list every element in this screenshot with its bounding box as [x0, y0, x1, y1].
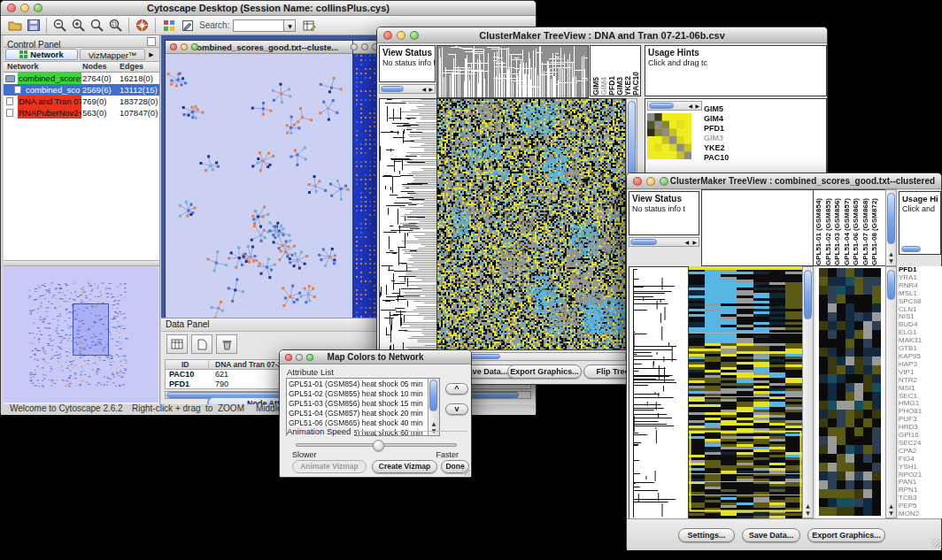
- new-attribute-button[interactable]: [191, 334, 212, 354]
- gene-label[interactable]: PFD1: [704, 124, 729, 134]
- gene-label[interactable]: MON2: [899, 510, 942, 518]
- scroll-up-icon[interactable]: ▲: [803, 502, 813, 510]
- tv2-heatmap-vscroll-thumb[interactable]: [804, 270, 812, 319]
- tv2-save-data-button[interactable]: Save Data...: [742, 528, 800, 542]
- tv2-column-dendrogram-area[interactable]: [701, 189, 814, 266]
- attribute-list-item[interactable]: GPL51-04 (GSM857) heat shock 20 min: [287, 409, 428, 418]
- scroll-left-icon[interactable]: ◀: [688, 103, 692, 109]
- attribute-list-item[interactable]: GPL51-02 (GSM855) heat shock 10 min: [287, 389, 428, 399]
- tv2-settings-button[interactable]: Settings...: [678, 528, 735, 542]
- resize-grip[interactable]: [931, 539, 940, 548]
- float-panel-icon[interactable]: [147, 37, 156, 46]
- scroll-up-icon[interactable]: ▲: [429, 420, 439, 427]
- tv2-row-dendrogram[interactable]: [629, 266, 689, 520]
- animation-speed-slider[interactable]: [296, 443, 457, 447]
- close-button[interactable]: [383, 31, 392, 40]
- scroll-right-icon[interactable]: ▶: [695, 103, 699, 109]
- minimize-button[interactable]: [397, 31, 405, 40]
- attribute-list-item[interactable]: GPL51-01 (GSM854) heat shock 05 min: [287, 380, 428, 389]
- col-header-network[interactable]: Network: [7, 62, 39, 71]
- scroll-down-icon[interactable]: ▼: [886, 510, 896, 517]
- attribute-list-vscrollbar[interactable]: ▲ ▼: [428, 379, 439, 435]
- zoom-fit-button[interactable]: [88, 17, 106, 35]
- help-ring-icon[interactable]: [133, 17, 151, 35]
- main-title-bar[interactable]: Cytoscape Desktop (Session Name: collins…: [1, 1, 536, 16]
- network-table-row[interactable]: combined_scores2764(0)16218(0): [4, 73, 159, 84]
- gene-label[interactable]: GIM3: [704, 134, 729, 143]
- treeview2-title-bar[interactable]: ClusterMaker TreeView : combined_scores_…: [627, 173, 941, 189]
- open-session-button[interactable]: [5, 17, 24, 35]
- minimize-button[interactable]: [20, 4, 29, 12]
- zoom-button[interactable]: [410, 31, 419, 40]
- tv2-usage-hscroll-thumb[interactable]: [901, 246, 921, 252]
- search-input[interactable]: [233, 19, 284, 32]
- tv2-zoom-vscrollbar[interactable]: ▲ ▼: [885, 266, 897, 518]
- scroll-up-icon[interactable]: ▲: [886, 502, 896, 510]
- close-button[interactable]: [351, 43, 358, 50]
- scroll-down-icon[interactable]: ▼: [886, 257, 896, 265]
- tv2-labels-vscroll-thumb[interactable]: [887, 193, 895, 244]
- network-graph-view[interactable]: [166, 54, 352, 318]
- tv1-heatmap[interactable]: [436, 98, 626, 350]
- close-button[interactable]: [7, 4, 16, 12]
- delete-attribute-button[interactable]: [216, 334, 237, 354]
- tv2-heatmap[interactable]: [689, 266, 802, 518]
- tv1-column-dendrogram[interactable]: [436, 45, 589, 98]
- scroll-left-icon[interactable]: ◀: [421, 86, 426, 92]
- network-view-window-1[interactable]: combined_scores_good.txt--cluste...: [165, 40, 353, 318]
- col-header-edges[interactable]: Edges: [120, 62, 143, 71]
- tv1-matrix-hscroll-thumb[interactable]: [649, 103, 674, 109]
- treeview1-title-bar[interactable]: ClusterMaker TreeView : DNA and Tran 07-…: [377, 27, 827, 43]
- tv2-labels-vscrollbar[interactable]: ▲ ▼: [885, 189, 897, 266]
- network-table-row[interactable]: combined_sco2569(6)13112(15): [4, 84, 159, 96]
- scroll-right-icon[interactable]: ▶: [692, 239, 697, 245]
- tv1-matrix-hscrollbar[interactable]: ◀ ▶: [647, 101, 702, 111]
- scroll-down-icon[interactable]: ▼: [803, 510, 813, 517]
- tab-vizmapper[interactable]: VizMapper™: [80, 49, 145, 60]
- minimize-button[interactable]: [361, 43, 368, 50]
- vizmapper-icon[interactable]: [159, 17, 178, 35]
- gene-label[interactable]: YKE2: [704, 143, 729, 153]
- gene-label[interactable]: GIM5: [704, 104, 729, 114]
- network-table-row[interactable]: DNA and Tran 07769(0)183728(0): [4, 96, 159, 107]
- tab-network[interactable]: Network: [5, 49, 78, 60]
- tv1-status-hscroll-thumb[interactable]: [381, 86, 404, 92]
- scroll-right-icon[interactable]: ▶: [429, 86, 433, 92]
- save-session-button[interactable]: [24, 17, 42, 35]
- zoom-button[interactable]: [34, 4, 42, 12]
- tv1-similarity-matrix[interactable]: [647, 113, 691, 159]
- close-button[interactable]: [633, 177, 642, 186]
- minimize-button[interactable]: [296, 354, 303, 361]
- panel-splitter[interactable]: [4, 260, 159, 266]
- close-button[interactable]: [285, 354, 292, 361]
- select-attributes-button[interactable]: [166, 334, 188, 354]
- minimize-button[interactable]: [181, 43, 188, 50]
- move-attribute-down-button[interactable]: v: [445, 403, 468, 415]
- close-button[interactable]: [170, 43, 177, 50]
- resize-grip[interactable]: [461, 467, 470, 476]
- animate-vizmap-button[interactable]: Animate Vizmap: [292, 460, 367, 473]
- minimize-button[interactable]: [646, 177, 655, 186]
- tv2-export-graphics-button[interactable]: Export Graphics...: [807, 528, 885, 542]
- zoom-out-button[interactable]: [50, 17, 69, 35]
- tv1-status-hscrollbar[interactable]: ◀ ▶: [379, 84, 436, 94]
- attribute-list-vscroll-thumb[interactable]: [429, 380, 437, 411]
- slider-thumb[interactable]: [373, 440, 384, 451]
- gene-label[interactable]: PAC10: [704, 153, 729, 163]
- scroll-up-icon[interactable]: ▲: [886, 250, 896, 257]
- zoom-in-button[interactable]: [69, 17, 88, 35]
- tab-overflow-arrow[interactable]: ▶: [145, 49, 158, 60]
- tv2-selected-cluster-zoom[interactable]: [815, 266, 885, 518]
- attribute-editor-icon[interactable]: [300, 17, 319, 35]
- zoom-selected-button[interactable]: [106, 17, 125, 35]
- annotation-icon[interactable]: [178, 17, 197, 35]
- attribute-list-item[interactable]: GPL51-03 (GSM856) heat shock 15 min: [287, 399, 428, 409]
- zoom-button[interactable]: [191, 43, 198, 50]
- move-attribute-up-button[interactable]: ^: [445, 383, 468, 395]
- tv2-heatmap-vscrollbar[interactable]: ▲ ▼: [802, 266, 814, 518]
- tv2-zoom-vscroll-thumb[interactable]: [887, 270, 895, 300]
- scroll-left-icon[interactable]: ◀: [684, 239, 689, 245]
- data-col-id[interactable]: ID: [181, 360, 189, 369]
- tv1-export-graphics-button[interactable]: Export Graphics...: [507, 364, 582, 379]
- search-dropdown-button[interactable]: ▼: [284, 19, 296, 32]
